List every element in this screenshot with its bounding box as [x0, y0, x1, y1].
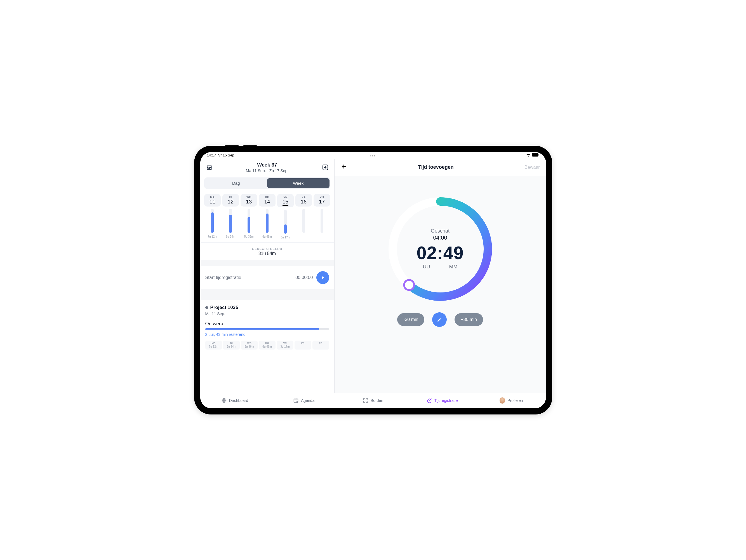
segment-week[interactable]: Week [267, 178, 329, 188]
back-button[interactable] [341, 163, 347, 172]
mini-day-value: 3u 17m [277, 345, 293, 348]
status-date: Vr 15 Sep [218, 153, 234, 157]
nav-boards[interactable]: Borden [339, 393, 407, 408]
time-dial[interactable]: Geschat 04:00 02:49 UU MM [384, 193, 496, 305]
mini-day-value: 6u 24m [223, 345, 240, 348]
svg-rect-10 [363, 401, 365, 403]
minus-30-button[interactable]: -30 min [397, 313, 424, 326]
view-segmented: Dag Week [204, 177, 331, 189]
mini-day-short: WO [241, 342, 258, 344]
mini-day: ZO [312, 341, 329, 349]
mini-day: DI 6u 24m [223, 341, 240, 349]
day-bar [248, 209, 250, 233]
start-label: Start tijdregistratie [205, 275, 292, 280]
day-short: DO [259, 196, 275, 199]
mini-day-value [294, 345, 311, 348]
mini-day: MA 7u 12m [205, 341, 222, 349]
day-column[interactable]: ZA 16 [295, 194, 312, 239]
page-title: Tijd toevoegen [418, 164, 454, 170]
edit-button[interactable] [432, 312, 447, 327]
mini-day-value: 5u 36m [241, 345, 258, 348]
svg-rect-1 [539, 154, 539, 156]
day-duration: 6u 48m [262, 235, 271, 238]
nav-label: Agenda [301, 398, 314, 403]
mini-day-short: ZA [294, 342, 311, 344]
days-row: MA 11 7u 12m DI 12 6u 24m WO 13 5u 36m D… [200, 191, 334, 240]
day-number: 12 [228, 199, 234, 205]
day-number: 11 [209, 199, 216, 205]
globe-icon [221, 398, 227, 403]
left-pane: Week 37 Ma 11 Sep. - Zo 17 Sep. Dag Week… [200, 159, 335, 393]
mini-day-value [312, 345, 329, 348]
project-date: Ma 11 Sep. [205, 311, 329, 316]
day-short: MA [204, 196, 221, 199]
nav-profiles[interactable]: Profielen [477, 393, 546, 408]
battery-icon [532, 153, 539, 158]
add-button[interactable] [321, 163, 329, 171]
start-timer-row: Start tijdregistratie 00:00:00 [200, 266, 334, 289]
registered-block: GEREGISTREERD 31u 54m [200, 242, 334, 260]
day-duration: 6u 24m [226, 235, 235, 238]
day-pill[interactable]: VR 15 [277, 194, 294, 207]
task-progress [205, 328, 329, 330]
grid-icon [363, 398, 368, 403]
day-column[interactable]: ZO 17 [314, 194, 330, 239]
day-bar [303, 209, 305, 233]
day-number: 13 [246, 199, 252, 205]
day-bar [320, 209, 323, 233]
day-column[interactable]: DO 14 6u 48m [259, 194, 275, 239]
project-color-dot [205, 306, 208, 309]
day-pill[interactable]: ZA 16 [295, 194, 312, 206]
svg-rect-8 [363, 398, 365, 400]
day-pill[interactable]: DI 12 [222, 194, 239, 206]
day-bar [284, 209, 287, 234]
time-value: 02:49 [417, 243, 464, 263]
svg-point-7 [296, 401, 298, 403]
mini-day: WO 5u 36m [241, 341, 258, 349]
nav-label: Borden [371, 398, 383, 403]
day-pill[interactable]: ZO 17 [314, 194, 330, 206]
project-name[interactable]: Project 1035 [210, 305, 238, 310]
mini-day-short: MA [205, 342, 222, 344]
avatar-icon [499, 398, 505, 403]
mini-days-row: MA 7u 12m DI 6u 24m WO 5u 36m DO 6u 48m … [205, 341, 329, 349]
unit-minutes: MM [449, 264, 458, 270]
screen: 14:17 Vr 15 Sep ••• [200, 152, 546, 408]
day-number: 16 [301, 199, 307, 205]
nav-label: Dashboard [229, 398, 249, 403]
svg-rect-11 [366, 401, 368, 403]
mini-day: ZA [294, 341, 311, 349]
day-pill[interactable]: MA 11 [204, 194, 221, 206]
nav-time[interactable]: Tijdregistratie [407, 393, 477, 408]
day-column[interactable]: VR 15 3u 17m [277, 194, 294, 239]
plus-30-button[interactable]: +30 min [455, 313, 483, 326]
mini-day-short: VR [277, 342, 293, 344]
save-button[interactable]: Bewaar [524, 165, 540, 170]
svg-rect-0 [532, 153, 538, 157]
day-number: 15 [283, 199, 288, 206]
svg-rect-9 [366, 398, 368, 400]
day-pill[interactable]: DO 14 [259, 194, 275, 206]
multitask-dots-icon[interactable]: ••• [370, 153, 376, 158]
day-pill[interactable]: WO 13 [240, 194, 257, 206]
day-short: ZA [295, 196, 312, 199]
registered-label: GEREGISTREERD [200, 247, 334, 250]
stopwatch-icon [427, 398, 432, 403]
nav-label: Tijdregistratie [434, 398, 458, 403]
day-number: 14 [264, 199, 270, 205]
play-button[interactable] [316, 271, 329, 284]
week-title: Week 37 [246, 162, 289, 168]
day-column[interactable]: MA 11 7u 12m [204, 194, 221, 239]
day-column[interactable]: WO 13 5u 36m [240, 194, 257, 239]
day-column[interactable]: DI 12 6u 24m [222, 194, 239, 239]
week-range: Ma 11 Sep. - Zo 17 Sep. [246, 168, 289, 173]
inbox-icon[interactable] [205, 163, 213, 171]
day-short: DI [222, 196, 239, 199]
nav-agenda[interactable]: Agenda [269, 393, 339, 408]
mini-day-short: DO [259, 342, 276, 344]
segment-day[interactable]: Dag [205, 178, 267, 188]
task-name[interactable]: Ontwerp [205, 321, 329, 327]
nav-dashboard[interactable]: Dashboard [200, 393, 269, 408]
day-bar [266, 209, 268, 233]
mini-day: DO 6u 48m [259, 341, 276, 349]
